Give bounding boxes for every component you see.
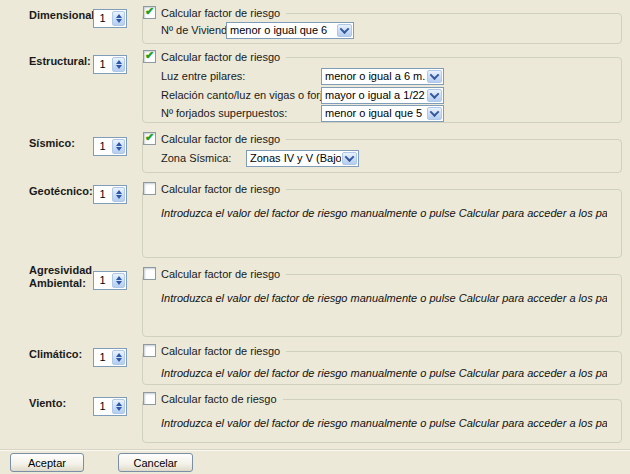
- field-label: Nº forjados superpuestos:: [161, 105, 287, 122]
- spinner-up-icon[interactable]: [116, 190, 122, 194]
- chevron-down-icon: [340, 24, 350, 34]
- chevron-down-icon: [430, 107, 440, 117]
- dimensional-spinner-value: 1: [94, 10, 111, 27]
- spinner-updown-buttons[interactable]: [112, 350, 125, 365]
- estructural-spinner[interactable]: 1: [93, 55, 127, 74]
- calc-checkbox[interactable]: [143, 6, 156, 19]
- dropdown-button[interactable]: [342, 152, 357, 165]
- calc-checkbox-label: Calcular factor de riesgo: [161, 51, 280, 63]
- chevron-down-icon: [345, 152, 355, 162]
- manual-entry-hint: Introduzca el valor del factor de riesgo…: [161, 207, 607, 220]
- viviendas-dropdown[interactable]: menor o igual que 6: [226, 22, 354, 39]
- dropdown-value: mayor o igual a 1/22: [322, 88, 426, 103]
- calc-checkbox[interactable]: [143, 132, 156, 145]
- spinner-updown-buttons[interactable]: [112, 139, 125, 154]
- spinner-down-icon[interactable]: [116, 19, 122, 23]
- calc-checkbox-label: Calcular facto de riesgo: [161, 393, 277, 405]
- dropdown-value: menor o igual que 5: [322, 106, 426, 121]
- spinner-down-icon[interactable]: [116, 65, 122, 69]
- group-estructural: Calcular factor de riesgo Luz entre pila…: [142, 57, 622, 123]
- manual-entry-hint: Introduzca el valor del factor de riesgo…: [161, 367, 607, 380]
- calc-checkbox[interactable]: [143, 182, 156, 195]
- agresividad-spinner[interactable]: 1: [93, 271, 127, 290]
- spinner-up-icon[interactable]: [116, 402, 122, 406]
- calc-checkbox[interactable]: [143, 344, 156, 357]
- spinner-down-icon[interactable]: [116, 407, 122, 411]
- spinner-up-icon[interactable]: [116, 60, 122, 64]
- calc-checkbox-row[interactable]: Calcular factor de riesgo: [143, 6, 286, 19]
- viento-spinner-value: 1: [94, 398, 111, 415]
- forjados-superpuestos-dropdown[interactable]: menor o igual que 5: [321, 105, 444, 122]
- climatico-spinner-value: 1: [94, 349, 111, 366]
- dropdown-button[interactable]: [337, 24, 352, 37]
- spinner-up-icon[interactable]: [116, 142, 122, 146]
- dimensional-spinner[interactable]: 1: [93, 9, 127, 28]
- calc-checkbox[interactable]: [143, 50, 156, 63]
- dropdown-button[interactable]: [427, 89, 442, 102]
- manual-entry-hint: Introduzca el valor del factor de riesgo…: [161, 417, 607, 430]
- section-label-agresividad: Agresividad Ambiental:: [29, 264, 99, 290]
- dropdown-value: menor o igual a 6 m.: [322, 69, 426, 84]
- dropdown-value: menor o igual que 6: [227, 23, 336, 38]
- cancel-button[interactable]: Cancelar: [118, 453, 193, 472]
- chevron-down-icon: [430, 89, 440, 99]
- group-geotecnico: Calcular factor de riesgo Introduzca el …: [142, 189, 622, 258]
- calc-checkbox-row[interactable]: Calcular facto de riesgo: [143, 392, 283, 405]
- spinner-up-icon[interactable]: [116, 14, 122, 18]
- geotecnico-spinner-value: 1: [94, 186, 111, 203]
- geotecnico-spinner[interactable]: 1: [93, 185, 127, 204]
- manual-entry-hint: Introduzca el valor del factor de riesgo…: [161, 292, 607, 305]
- spinner-down-icon[interactable]: [116, 281, 122, 285]
- group-agresividad: Calcular factor de riesgo Introduzca el …: [142, 274, 622, 337]
- calc-checkbox-label: Calcular factor de riesgo: [161, 133, 280, 145]
- sismico-spinner[interactable]: 1: [93, 137, 127, 156]
- dropdown-button[interactable]: [427, 70, 442, 83]
- calc-checkbox-row[interactable]: Calcular factor de riesgo: [143, 182, 286, 195]
- field-label: Luz entre pilares:: [161, 68, 245, 85]
- risk-factors-dialog: Dimensional: 1 Calcular factor de riesgo…: [0, 0, 630, 474]
- calc-checkbox-label: Calcular factor de riesgo: [161, 183, 280, 195]
- relacion-canto-luz-dropdown[interactable]: mayor o igual a 1/22: [321, 87, 444, 104]
- spinner-updown-buttons[interactable]: [112, 57, 125, 72]
- spinner-updown-buttons[interactable]: [112, 11, 125, 26]
- spinner-updown-buttons[interactable]: [112, 399, 125, 414]
- spinner-updown-buttons[interactable]: [112, 273, 125, 288]
- spinner-up-icon[interactable]: [116, 353, 122, 357]
- climatico-spinner[interactable]: 1: [93, 348, 127, 367]
- calc-checkbox[interactable]: [143, 392, 156, 405]
- field-label: Zona Sísmica:: [161, 150, 231, 167]
- calc-checkbox[interactable]: [143, 267, 156, 280]
- group-viento: Calcular facto de riesgo Introduzca el v…: [142, 399, 622, 443]
- viento-spinner[interactable]: 1: [93, 397, 127, 416]
- sismico-spinner-value: 1: [94, 138, 111, 155]
- accept-button[interactable]: Aceptar: [10, 453, 84, 472]
- zona-sismica-dropdown[interactable]: Zonas IV y V (Bajo): [246, 150, 359, 167]
- calc-checkbox-row[interactable]: Calcular factor de riesgo: [143, 50, 286, 63]
- luz-pilares-dropdown[interactable]: menor o igual a 6 m.: [321, 68, 444, 85]
- spinner-up-icon[interactable]: [116, 276, 122, 280]
- calc-checkbox-row[interactable]: Calcular factor de riesgo: [143, 344, 286, 357]
- calc-checkbox-label: Calcular factor de riesgo: [161, 345, 280, 357]
- chevron-down-icon: [430, 70, 440, 80]
- estructural-spinner-value: 1: [94, 56, 111, 73]
- group-sismico: Calcular factor de riesgo Zona Sísmica: …: [142, 139, 622, 173]
- agresividad-spinner-value: 1: [94, 272, 111, 289]
- dropdown-button[interactable]: [427, 107, 442, 120]
- spinner-updown-buttons[interactable]: [112, 187, 125, 202]
- dropdown-value: Zonas IV y V (Bajo): [247, 151, 341, 166]
- calc-checkbox-row[interactable]: Calcular factor de riesgo: [143, 132, 286, 145]
- calc-checkbox-label: Calcular factor de riesgo: [161, 7, 280, 19]
- footer-divider: [0, 449, 630, 451]
- calc-checkbox-label: Calcular factor de riesgo: [161, 268, 280, 280]
- group-climatico: Calcular factor de riesgo Introduzca el …: [142, 351, 622, 385]
- spinner-down-icon[interactable]: [116, 358, 122, 362]
- calc-checkbox-row[interactable]: Calcular factor de riesgo: [143, 267, 286, 280]
- group-dimensional: Calcular factor de riesgo Nº de Vivienda…: [142, 13, 622, 44]
- spinner-down-icon[interactable]: [116, 195, 122, 199]
- spinner-down-icon[interactable]: [116, 147, 122, 151]
